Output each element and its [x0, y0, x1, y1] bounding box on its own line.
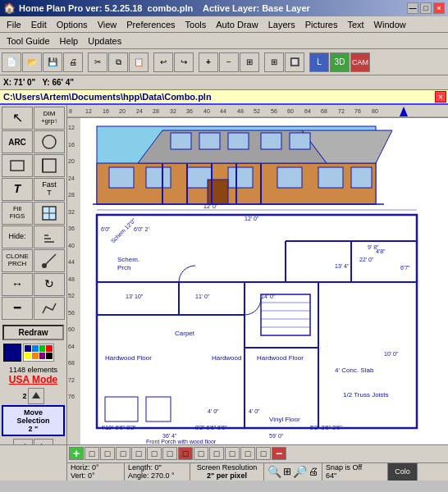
color-swatch[interactable]: [3, 344, 21, 362]
svg-text:48: 48: [68, 276, 75, 282]
svg-rect-63: [109, 167, 134, 188]
zoom-fit-icon[interactable]: ⊞: [283, 466, 291, 477]
redraw-button[interactable]: Redraw: [2, 325, 64, 340]
title-bar: 🏠 Home Plan Pro ver: 5.2.25.18 combo.pln…: [0, 0, 448, 16]
tool-hide[interactable]: Hide:: [2, 226, 33, 248]
minimize-button[interactable]: —: [407, 2, 418, 14]
svg-text:Vinyl Floor: Vinyl Floor: [269, 416, 300, 423]
svg-text:52: 52: [254, 108, 260, 114]
menu-help[interactable]: Help: [55, 33, 84, 48]
menu-tools[interactable]: Tools: [181, 16, 212, 32]
drawing-canvas[interactable]: Schem. Prch Carpet Vinyl Floor 4' Conc. …: [80, 118, 448, 444]
svg-text:Carpet: Carpet: [175, 330, 195, 337]
svg-rect-59: [199, 133, 220, 149]
zoom-box1[interactable]: □: [85, 447, 99, 460]
scale-btn[interactable]: [28, 388, 44, 404]
menu-text[interactable]: Text: [342, 16, 368, 32]
svg-text:36: 36: [186, 108, 193, 114]
title-bar-controls[interactable]: — □ ×: [407, 2, 445, 14]
snap-label: Snap is Off: [326, 463, 362, 472]
menu-layers[interactable]: Layers: [263, 16, 300, 32]
tool-rotate[interactable]: ↻: [34, 273, 65, 296]
menu-file[interactable]: File: [2, 16, 26, 32]
tool-fast-text[interactable]: FastT: [34, 178, 65, 201]
toolbar-cam[interactable]: CAM: [350, 52, 370, 72]
toolbar-zoom-out[interactable]: −: [219, 52, 239, 72]
zoom-box9[interactable]: □: [209, 447, 224, 460]
scroll-left-btn[interactable]: ◄: [13, 439, 33, 444]
tool-fill[interactable]: FillFIGS: [2, 202, 33, 225]
tool-measure[interactable]: [34, 249, 65, 272]
toolbar-copy[interactable]: ⧉: [108, 52, 128, 72]
zoom-box8[interactable]: □: [194, 447, 208, 460]
menu-edit[interactable]: Edit: [26, 16, 52, 32]
tool-stairs[interactable]: [34, 226, 65, 248]
print-icon[interactable]: 🖨: [309, 466, 318, 477]
toolbar-grid[interactable]: ⊞: [264, 52, 284, 72]
tool-text[interactable]: T: [2, 178, 33, 201]
color-btn-cell[interactable]: Colo: [388, 463, 418, 481]
svg-point-0: [43, 135, 56, 148]
move-selection-button[interactable]: Move Selection 2 ": [2, 405, 65, 436]
zoom-box5[interactable]: □: [147, 447, 162, 460]
toolbar-new[interactable]: 📄: [2, 52, 21, 72]
toolbar-print[interactable]: 🖨: [63, 52, 83, 72]
scroll-right-btn[interactable]: ►: [34, 439, 53, 444]
zoom-out-icon[interactable]: 🔎: [293, 465, 307, 478]
toolbar-layers[interactable]: L: [309, 52, 329, 72]
zoom-box3[interactable]: □: [116, 447, 130, 460]
menu-view[interactable]: View: [93, 16, 122, 32]
zoom-box4[interactable]: □: [131, 447, 146, 460]
color-palette[interactable]: [23, 344, 54, 362]
tool-door[interactable]: [34, 154, 65, 177]
tool-move[interactable]: ↔: [2, 273, 33, 296]
v-ruler: 12 16 20 24 28 32 36 40 44 48 52 56 60 6…: [67, 118, 80, 444]
toolbar-paste[interactable]: 📋: [129, 52, 149, 72]
zoom-box6[interactable]: □: [162, 447, 177, 460]
usa-mode[interactable]: USA Mode: [2, 374, 65, 385]
menu-options[interactable]: Options: [52, 16, 93, 32]
toolbar-3d[interactable]: 3D: [330, 52, 350, 72]
tool-select[interactable]: ↖: [2, 107, 33, 130]
svg-marker-12: [32, 392, 40, 399]
menu-preferences[interactable]: Preferences: [121, 16, 180, 32]
zoom-box11[interactable]: □: [240, 447, 255, 460]
toolbar-zoom-in[interactable]: +: [199, 52, 218, 72]
zoom-box12[interactable]: □: [256, 447, 271, 460]
title-text: Home Plan Pro ver: 5.2.25.18 combo.pln A…: [19, 3, 310, 13]
menu-toolguide[interactable]: Tool Guide: [2, 33, 55, 48]
svg-text:16: 16: [103, 108, 109, 114]
maximize-button[interactable]: □: [420, 2, 432, 14]
zoom-in-icon[interactable]: 🔍: [267, 465, 281, 478]
path-bar: C:\Users\Artem\Documents\hpp\Data\Combo.…: [0, 90, 448, 105]
close-button[interactable]: ×: [433, 2, 445, 14]
zoom-plus-btn[interactable]: +: [69, 447, 84, 460]
path-close-button[interactable]: ×: [435, 91, 446, 102]
tool-circle[interactable]: [34, 130, 65, 153]
toolbar-undo[interactable]: ↩: [153, 52, 173, 72]
tool-clone[interactable]: CLONEPRCH: [2, 249, 33, 272]
zoom-box10[interactable]: □: [225, 447, 240, 460]
tool-window[interactable]: [34, 202, 65, 225]
menu-updates[interactable]: Updates: [83, 33, 126, 48]
menu-autodraw[interactable]: Auto Draw: [211, 16, 263, 32]
zoom-box2[interactable]: □: [100, 447, 115, 460]
svg-rect-68: [318, 167, 343, 188]
tool-arc[interactable]: ARC: [2, 130, 33, 153]
toolbar-cut[interactable]: ✂: [88, 52, 107, 72]
toolbar-save[interactable]: 💾: [43, 52, 62, 72]
menu-window[interactable]: Window: [369, 16, 411, 32]
tool-wall[interactable]: [2, 154, 33, 177]
tool-line[interactable]: ━: [2, 297, 33, 320]
toolbar-open[interactable]: 📂: [22, 52, 42, 72]
tool-polyline[interactable]: [34, 297, 65, 320]
zoom-box7[interactable]: □: [178, 447, 193, 460]
toolbar-snap[interactable]: 🔲: [285, 52, 304, 72]
toolbar-zoom-fit[interactable]: ⊞: [240, 52, 259, 72]
tool-dim[interactable]: DIM+grp↑: [34, 107, 65, 130]
zoom-minus-btn[interactable]: −: [272, 447, 286, 460]
color-button[interactable]: Colo: [395, 467, 410, 476]
screen-res-value: 2" per pixel: [207, 472, 247, 480]
toolbar-redo[interactable]: ↪: [174, 52, 194, 72]
menu-pictures[interactable]: Pictures: [300, 16, 343, 32]
